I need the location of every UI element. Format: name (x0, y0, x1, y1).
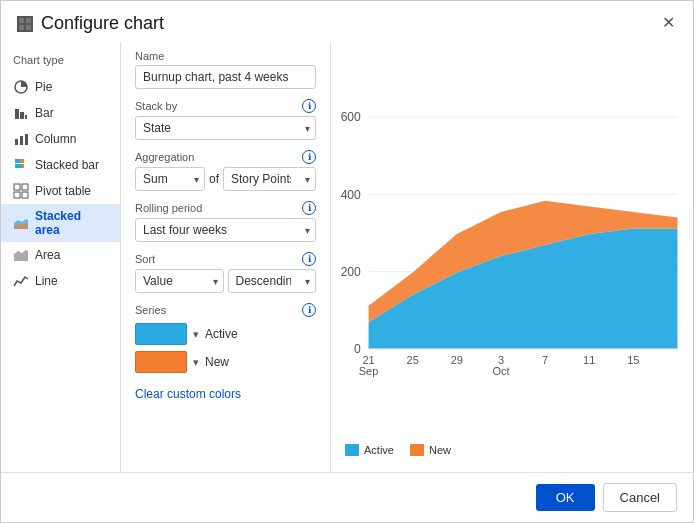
chart-type-pivot[interactable]: Pivot table (1, 178, 120, 204)
agg-field-wrapper: Story Points ▾ (223, 167, 316, 191)
rolling-period-label: Rolling period ℹ (135, 201, 316, 215)
sort-field-wrapper: Value ▾ (135, 269, 224, 293)
svg-rect-16 (22, 184, 28, 190)
svg-rect-2 (19, 25, 24, 30)
svg-rect-0 (19, 18, 24, 23)
sort-info-icon[interactable]: ℹ (302, 252, 316, 266)
chart-type-column[interactable]: Column (1, 126, 120, 152)
aggregation-row: Sum ▾ of Story Points ▾ (135, 167, 316, 191)
svg-rect-7 (25, 115, 27, 119)
stack-by-select[interactable]: State (135, 116, 316, 140)
configure-chart-dialog: Configure chart ✕ Chart type Pie Bar (0, 0, 694, 523)
sort-order-wrapper: Descending ▾ (228, 269, 317, 293)
legend-active-color (345, 444, 359, 456)
svg-text:0: 0 (354, 342, 361, 356)
svg-rect-3 (26, 25, 31, 30)
pie-icon (13, 79, 29, 95)
svg-rect-17 (14, 192, 20, 198)
stacked-bar-icon (13, 157, 29, 173)
series-active-dropdown[interactable]: ▾ (193, 328, 199, 341)
sort-row: Value ▾ Descending ▾ (135, 269, 316, 293)
svg-rect-5 (15, 109, 19, 119)
svg-rect-10 (25, 134, 28, 145)
chart-type-column-label: Column (35, 132, 76, 146)
legend-active: Active (345, 444, 394, 456)
chart-type-stacked-bar[interactable]: Stacked bar (1, 152, 120, 178)
svg-rect-13 (15, 164, 22, 168)
close-button[interactable]: ✕ (656, 11, 681, 34)
svg-text:Sep: Sep (359, 365, 379, 377)
legend-new-label: New (429, 444, 451, 456)
agg-of-label: of (209, 172, 219, 186)
cancel-button[interactable]: Cancel (603, 483, 677, 512)
svg-rect-6 (20, 112, 24, 119)
svg-rect-15 (14, 184, 20, 190)
svg-text:400: 400 (341, 188, 361, 202)
chart-type-label: Chart type (1, 50, 120, 74)
name-input[interactable] (135, 65, 316, 89)
svg-text:25: 25 (407, 354, 419, 366)
svg-rect-11 (15, 159, 20, 163)
chart-type-pie-label: Pie (35, 80, 52, 94)
svg-text:11: 11 (583, 354, 595, 366)
chart-type-area-label: Area (35, 248, 60, 262)
series-active-color[interactable] (135, 323, 187, 345)
series-new-dropdown[interactable]: ▾ (193, 356, 199, 369)
sort-order-select[interactable]: Descending (228, 269, 317, 293)
chart-container: 600 400 200 0 (341, 50, 683, 440)
chart-type-line-label: Line (35, 274, 58, 288)
svg-rect-8 (15, 139, 18, 145)
series-new-name: New (205, 355, 229, 369)
series-active-name: Active (205, 327, 238, 341)
chart-type-pivot-label: Pivot table (35, 184, 91, 198)
area-icon (13, 247, 29, 263)
clear-custom-colors-link[interactable]: Clear custom colors (135, 387, 241, 401)
svg-text:200: 200 (341, 265, 361, 279)
sort-label: Sort ℹ (135, 252, 316, 266)
chart-type-pie[interactable]: Pie (1, 74, 120, 100)
pivot-icon (13, 183, 29, 199)
chart-type-stacked-area[interactable]: Stacked area (1, 204, 120, 242)
stack-by-info-icon[interactable]: ℹ (302, 99, 316, 113)
chart-type-area[interactable]: Area (1, 242, 120, 268)
series-active: ▾ Active (135, 323, 316, 345)
svg-rect-18 (22, 192, 28, 198)
title-bar: Configure chart ✕ (1, 1, 693, 42)
sort-field-select[interactable]: Value (135, 269, 224, 293)
chart-type-bar-label: Bar (35, 106, 54, 120)
content-area: Chart type Pie Bar (1, 42, 693, 472)
svg-text:15: 15 (627, 354, 639, 366)
dialog-icon (17, 16, 33, 32)
chart-type-stacked-bar-label: Stacked bar (35, 158, 99, 172)
aggregation-label: Aggregation ℹ (135, 150, 316, 164)
rolling-period-info-icon[interactable]: ℹ (302, 201, 316, 215)
agg-func-wrapper: Sum ▾ (135, 167, 205, 191)
stacked-area-icon (13, 215, 29, 231)
bar-icon (13, 105, 29, 121)
chart-type-panel: Chart type Pie Bar (1, 42, 121, 472)
series-info-icon[interactable]: ℹ (302, 303, 316, 317)
chart-type-bar[interactable]: Bar (1, 100, 120, 126)
aggregation-info-icon[interactable]: ℹ (302, 150, 316, 164)
rolling-period-select[interactable]: Last four weeks (135, 218, 316, 242)
aggregation-func-select[interactable]: Sum (135, 167, 205, 191)
chart-svg: 600 400 200 0 (341, 50, 683, 440)
svg-rect-12 (20, 159, 24, 163)
column-icon (13, 131, 29, 147)
series-new-color[interactable] (135, 351, 187, 373)
ok-button[interactable]: OK (536, 484, 595, 511)
name-label: Name (135, 50, 316, 62)
svg-rect-14 (22, 164, 24, 168)
chart-type-line[interactable]: Line (1, 268, 120, 294)
series-label: Series ℹ (135, 303, 316, 317)
rolling-period-wrapper: Last four weeks ▾ (135, 218, 316, 242)
stack-by-label: Stack by ℹ (135, 99, 316, 113)
series-new: ▾ New (135, 351, 316, 373)
svg-text:7: 7 (542, 354, 548, 366)
dialog-title: Configure chart (41, 13, 164, 34)
chart-preview-panel: 600 400 200 0 (331, 42, 693, 472)
aggregation-field-select[interactable]: Story Points (223, 167, 316, 191)
dialog-footer: OK Cancel (1, 472, 693, 522)
legend-new: New (410, 444, 451, 456)
svg-rect-1 (26, 18, 31, 23)
